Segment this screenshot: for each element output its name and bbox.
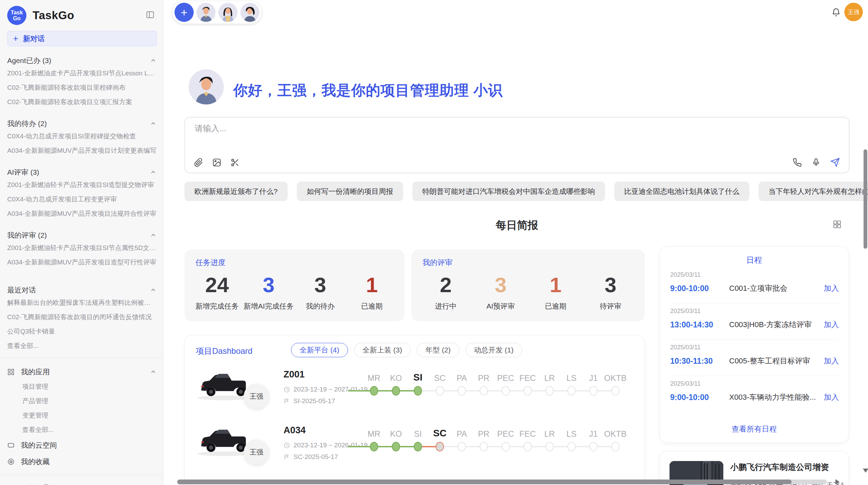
- scissors-icon[interactable]: [230, 158, 240, 167]
- schedule-item: 2025/03/11 13:00-14:30 C003|H0B-方案冻结评审 加…: [670, 303, 839, 340]
- agent-switcher: +: [172, 1, 262, 24]
- milestone-ko: KO: [385, 370, 407, 399]
- project-dates: 2023-12-19 ~ 2027-01-19: [293, 386, 367, 393]
- agent-avatar-2[interactable]: [218, 3, 238, 22]
- milestone-ko: KO: [385, 426, 407, 455]
- section-header-agent-done[interactable]: Agent已办 (3): [7, 55, 157, 66]
- add-agent-button[interactable]: +: [174, 3, 194, 22]
- sidebar-item-product-mgmt[interactable]: 产品管理: [22, 394, 157, 408]
- scroll-down-arrow[interactable]: [863, 469, 868, 473]
- schedule-date: 2025/03/11: [670, 376, 839, 387]
- suggestion-chips: 欧洲新规最近颁布了什么? 如何写一份清晰的项目周报 特朗普可能对进口汽车增税会对…: [184, 182, 868, 201]
- join-link[interactable]: 加入: [824, 320, 839, 330]
- list-item[interactable]: A034-全新新能源MUV产品开发项目法规符合性评审: [7, 207, 157, 221]
- project-code: A034: [284, 425, 306, 436]
- list-item[interactable]: C02-飞腾新能源轻客改款项目的闭环通告反馈情况: [7, 310, 157, 324]
- list-item[interactable]: Z001-全新燃油皮卡产品开发项目SI节点Lesson Learn报告: [7, 66, 157, 80]
- notification-bell-icon[interactable]: [831, 8, 841, 18]
- milestone-pr: PR: [473, 426, 495, 455]
- card-title: 我的评审: [422, 258, 453, 268]
- vertical-scrollbar-thumb[interactable]: [864, 149, 867, 249]
- join-link[interactable]: 加入: [824, 392, 839, 402]
- section-header-ai-review[interactable]: AI评审 (3): [7, 167, 157, 178]
- list-item[interactable]: Z001-全新燃油轻卡产品开发项目SI节点属性5D文件评审: [7, 241, 157, 255]
- milestone-track: MRKOSISCPAPRPECFECLRLSJ1OKTB: [363, 426, 626, 455]
- list-item[interactable]: A034-全新新能源MUV产品开发项目计划变更表编写: [7, 144, 157, 158]
- milestone-oktb: OKTB: [604, 370, 626, 399]
- project-row-a034[interactable]: 王强 A034 2023-12-19 ~ 2026-01-19 SC-2025-…: [195, 424, 638, 478]
- section-title: Agent已办 (3): [7, 56, 51, 65]
- sidebar-item-ai-staff[interactable]: AI超级员工: [7, 480, 157, 485]
- view-all-schedule-link[interactable]: 查看所有日程: [660, 424, 848, 434]
- chat-input[interactable]: [195, 124, 709, 133]
- project-row-z001[interactable]: 王强 Z001 2023-12-19 ~ 2027-01-19 SI-2025-…: [195, 368, 638, 423]
- owner-badge: 王强: [244, 439, 269, 465]
- milestone-ls: LS: [560, 426, 582, 455]
- stat-new-done: 24 新增完成任务: [191, 272, 243, 311]
- attachment-icon[interactable]: [194, 158, 203, 167]
- list-item[interactable]: 公司Q3轻卡销量: [7, 324, 157, 339]
- section-header-my-todo[interactable]: 我的待办 (2): [7, 118, 157, 129]
- chevron-up-icon: [150, 287, 157, 294]
- view-all-link[interactable]: 查看全部...: [7, 339, 157, 353]
- user-avatar[interactable]: 王强: [844, 3, 863, 21]
- list-item[interactable]: A034-全新新能源MUV产品开发项目造型可行性评审: [7, 255, 157, 270]
- chevron-up-icon: [150, 57, 157, 64]
- new-chat-button[interactable]: + 新对话: [7, 31, 157, 46]
- schedule-name: C001-立项审批会: [725, 283, 824, 294]
- app-logo[interactable]: Task Go: [7, 6, 26, 25]
- schedule-date: 2025/03/11: [670, 303, 839, 315]
- join-link[interactable]: 加入: [824, 283, 839, 294]
- sidebar-item-project-mgmt[interactable]: 项目管理: [22, 380, 157, 394]
- sidebar-item-my-apps[interactable]: 我的应用: [7, 364, 157, 380]
- list-item[interactable]: C0X4-动力总成开发项目SI里程碑提交物检查: [7, 129, 157, 144]
- microphone-icon[interactable]: [811, 158, 821, 167]
- milestone-j1: J1: [582, 370, 604, 399]
- horizontal-scrollbar[interactable]: [177, 480, 827, 484]
- phone-icon[interactable]: [793, 158, 802, 167]
- milestone-track: MRKOSISCPAPRPECFECLRLSJ1OKTB: [363, 370, 626, 399]
- view-all-apps-link[interactable]: 查看全部...: [22, 423, 157, 437]
- clock-icon: [284, 386, 290, 393]
- section-header-my-review[interactable]: 我的评审 (2): [7, 230, 157, 241]
- logo-line1: Task: [11, 10, 23, 15]
- suggestion-chip[interactable]: 比亚迪全固态电池计划具体说了什么: [614, 182, 749, 201]
- suggestion-chip[interactable]: 如何写一份清晰的项目周报: [297, 182, 403, 201]
- stat-ai-prereview: 3 AI预评审: [473, 272, 528, 311]
- horizontal-scrollbar-thumb[interactable]: [177, 480, 792, 484]
- sidebar-header: Task Go TaskGo: [7, 5, 157, 26]
- list-item[interactable]: C02-飞腾新能源轻客改款项目里程碑画布: [7, 80, 157, 95]
- join-link[interactable]: 加入: [824, 356, 839, 366]
- tab-new-platform[interactable]: 全新平台 (4): [291, 343, 348, 357]
- milestone-fec: FEC: [517, 370, 539, 399]
- milestone-lr: LR: [539, 370, 560, 399]
- agent-avatar-1[interactable]: [196, 3, 216, 22]
- send-icon[interactable]: [830, 158, 840, 167]
- divider: [0, 475, 163, 475]
- tab-powertrain[interactable]: 动总开发 (1): [466, 343, 522, 357]
- suggestion-chip[interactable]: 欧洲新规最近颁布了什么?: [184, 182, 288, 201]
- new-chat-label: 新对话: [23, 34, 45, 43]
- list-item[interactable]: C0X4-动力总成开发项目工程变更评审: [7, 192, 157, 207]
- sidebar-collapse-icon[interactable]: [146, 10, 155, 21]
- sidebar-item-favorites[interactable]: 我的收藏: [7, 453, 157, 470]
- tab-new-body[interactable]: 全新上装 (3): [354, 343, 411, 357]
- image-icon[interactable]: [212, 158, 221, 167]
- chevron-up-icon: [150, 369, 157, 375]
- list-item[interactable]: Z001-全新燃油轻卡产品开发项目SI造型提交物评审: [7, 178, 157, 192]
- sidebar-item-cloud-space[interactable]: 我的云空间: [7, 437, 157, 453]
- suggestion-chip[interactable]: 当下年轻人对汽车外观有怎样的喜好趋势: [759, 182, 868, 201]
- list-item[interactable]: C02-飞腾新能源轻客改款项目立项汇报方案: [7, 95, 157, 109]
- agent-avatar-3[interactable]: [240, 3, 260, 22]
- sidebar-item-change-mgmt[interactable]: 变更管理: [22, 408, 157, 423]
- list-item[interactable]: 解释最新出台的欧盟报废车法规再生塑料比例被调至15%...: [7, 296, 157, 310]
- schedule-name: C003|H0B-方案冻结评审: [725, 320, 824, 330]
- section-header-recent-chats[interactable]: 最近对话: [7, 285, 157, 296]
- scroll-right-arrow[interactable]: [835, 479, 840, 485]
- milestone-pr: PR: [473, 370, 495, 399]
- chat-input-box: [184, 117, 849, 173]
- suggestion-chip[interactable]: 特朗普可能对进口汽车增税会对中国车企造成哪些影响: [412, 182, 605, 201]
- flag-icon: [284, 454, 290, 460]
- layout-grid-icon[interactable]: [832, 219, 842, 231]
- tab-model-year[interactable]: 年型 (2): [417, 343, 459, 357]
